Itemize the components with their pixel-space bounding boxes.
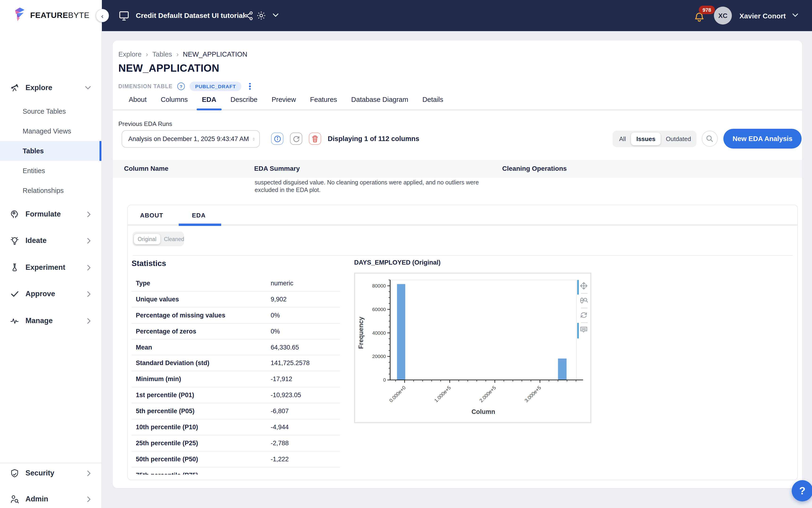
- sidebar-item-approve[interactable]: Approve: [0, 284, 101, 304]
- chart-title: DAYS_EMPLOYED (Original): [354, 259, 441, 266]
- chevron-right-icon: [87, 318, 91, 324]
- tab-about[interactable]: About: [129, 96, 147, 110]
- pan-icon: [581, 283, 587, 289]
- topbar-chevron-down-icon[interactable]: [273, 13, 279, 17]
- filter-outdated[interactable]: Outdated: [661, 132, 696, 145]
- head-gear-icon: [10, 210, 19, 218]
- panel-tab-eda[interactable]: EDA: [192, 212, 206, 219]
- workspace-title[interactable]: Credit Default Dataset UI tutorial: [136, 11, 245, 19]
- filter-all[interactable]: All: [614, 132, 631, 145]
- zoom-icon: [581, 298, 588, 303]
- sidebar-item-relationships[interactable]: Relationships: [0, 181, 101, 201]
- sidebar-divider: [0, 463, 101, 463]
- refresh-button[interactable]: [290, 132, 302, 145]
- breadcrumb-explore[interactable]: Explore: [118, 50, 141, 58]
- search-button[interactable]: [702, 131, 718, 147]
- svg-text:60000: 60000: [372, 307, 386, 312]
- avatar[interactable]: XC: [714, 7, 732, 25]
- chevron-right-icon: [87, 470, 91, 476]
- eda-run-select[interactable]: Analysis on December 1, 2025 9:43:47 AM: [122, 130, 260, 147]
- page-title: NEW_APPLICATION: [118, 62, 219, 75]
- statistics-title: Statistics: [132, 259, 166, 268]
- help-circle-icon[interactable]: ?: [177, 83, 185, 90]
- previous-eda-runs-label: Previous EDA Runs: [118, 120, 172, 127]
- share-icon[interactable]: [244, 11, 253, 20]
- svg-text:20000: 20000: [372, 353, 386, 359]
- stat-row: Percentage of missing values0%: [132, 307, 340, 324]
- user-menu-chevron-icon[interactable]: [792, 13, 798, 17]
- displaying-count: Displaying 1 of 112 columns: [328, 135, 419, 142]
- select-stepper-icon: [253, 135, 255, 143]
- sidebar-item-tables[interactable]: Tables: [0, 141, 101, 161]
- kebab-menu-icon[interactable]: [246, 82, 254, 91]
- sidebar-item-source-tables[interactable]: Source Tables: [0, 101, 101, 121]
- info-button[interactable]: [271, 132, 283, 145]
- tab-eda[interactable]: EDA: [202, 96, 216, 110]
- sidebar-item-explore[interactable]: Explore: [0, 78, 101, 98]
- sidebar-item-entities[interactable]: Entities: [0, 161, 101, 181]
- sidebar-item-ideate[interactable]: Ideate: [0, 231, 101, 250]
- notification-badge: 978: [699, 6, 715, 14]
- eda-run-select-value: Analysis on December 1, 2025 9:43:47 AM: [128, 135, 249, 142]
- logo-text: FEATUREBYTE: [30, 11, 89, 20]
- help-fab-button[interactable]: ?: [792, 480, 812, 501]
- sidebar-item-managed-views[interactable]: Managed Views: [0, 121, 101, 141]
- filter-segmented-control: AllIssuesOutdated: [613, 131, 696, 147]
- flask-icon: [10, 263, 19, 272]
- sidebar-item-security[interactable]: Security: [0, 463, 101, 483]
- refresh-icon: [292, 135, 300, 142]
- stat-row: 10th percentile (P10)-4,944: [132, 419, 340, 435]
- stat-row: 75th percentile (P75): [132, 467, 340, 474]
- statistics-list: TypenumericUnique values9,902Percentage …: [132, 276, 340, 474]
- chevron-down-icon: [85, 86, 91, 90]
- svg-text:40000: 40000: [372, 330, 386, 336]
- stat-row: 5th percentile (P05)-6,807: [132, 403, 340, 419]
- histogram-chart[interactable]: 0200004000060000800000.000e+01.000e+52.0…: [354, 272, 591, 423]
- chevron-right-icon: [87, 264, 91, 270]
- breadcrumb-tables[interactable]: Tables: [152, 50, 172, 58]
- svg-text:0: 0: [383, 377, 386, 383]
- status-badge: PUBLIC_DRAFT: [189, 82, 242, 91]
- col-header-cleaning-operations: Cleaning Operations: [502, 165, 567, 172]
- monitor-icon: [119, 11, 129, 21]
- histogram-bar: [397, 284, 405, 380]
- tab-database-diagram[interactable]: Database Diagram: [351, 96, 408, 110]
- sidebar-item-formulate[interactable]: Formulate: [0, 204, 101, 224]
- reset-icon: [581, 313, 586, 318]
- chevron-right-icon: [87, 496, 91, 502]
- filter-issues[interactable]: Issues: [631, 132, 661, 145]
- y-axis-label: Frequency: [357, 317, 364, 349]
- active-tab-underline: [197, 109, 221, 111]
- stat-row: Standard Deviation (std)141,725.2578: [132, 355, 340, 372]
- chevron-right-icon: [87, 291, 91, 297]
- logo: FEATUREBYTE: [0, 0, 102, 31]
- new-eda-analysis-button[interactable]: New EDA Analysis: [723, 129, 802, 149]
- tab-describe[interactable]: Describe: [231, 96, 258, 110]
- info-icon: [274, 135, 281, 142]
- tab-preview[interactable]: Preview: [272, 96, 296, 110]
- tab-columns[interactable]: Columns: [161, 96, 188, 110]
- delete-button[interactable]: [309, 132, 321, 145]
- tab-features[interactable]: Features: [310, 96, 337, 110]
- sidebar-item-experiment[interactable]: Experiment: [0, 258, 101, 277]
- svg-text:0.000e+0: 0.000e+0: [388, 385, 407, 404]
- stat-row: Mean64,330.65: [132, 339, 340, 355]
- sidebar-item-manage[interactable]: Manage: [0, 311, 101, 331]
- table-type-label: DIMENSION TABLE: [118, 83, 173, 89]
- lightbulb-icon: [10, 236, 19, 245]
- sidebar-collapse-button[interactable]: ‹: [96, 9, 109, 22]
- panel-tab-about[interactable]: ABOUT: [140, 212, 163, 219]
- user-name[interactable]: Xavier Conort: [739, 12, 786, 20]
- sidebar-item-admin[interactable]: Admin: [0, 489, 101, 508]
- gear-icon[interactable]: [257, 11, 266, 20]
- svg-text:3.000e+5: 3.000e+5: [524, 385, 542, 404]
- original-cleaned-toggle: OriginalCleaned: [133, 231, 184, 246]
- tab-details[interactable]: Details: [422, 96, 443, 110]
- check-icon: [10, 290, 19, 298]
- telescope-icon: [10, 83, 19, 92]
- toggle-original[interactable]: Original: [134, 234, 160, 244]
- col-header-eda-summary: EDA Summary: [254, 165, 300, 172]
- histogram-bar: [558, 358, 567, 380]
- table-meta: DIMENSION TABLE ? PUBLIC_DRAFT: [118, 82, 254, 91]
- toggle-cleaned[interactable]: Cleaned: [160, 234, 188, 244]
